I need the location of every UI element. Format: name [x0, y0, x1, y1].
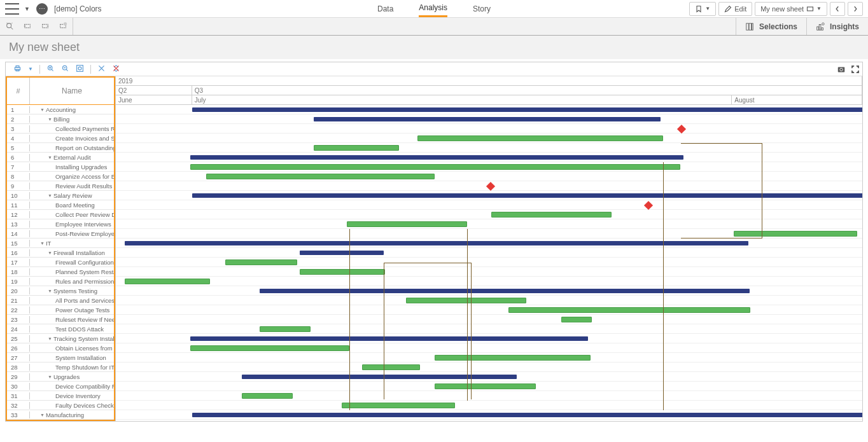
- gantt-task-bar[interactable]: [734, 231, 857, 237]
- table-row[interactable]: 7Installing Upgrades: [7, 162, 114, 172]
- zoom-in-icon[interactable]: [46, 64, 55, 74]
- gantt-summary-bar[interactable]: [300, 251, 384, 255]
- gantt-task-bar[interactable]: [561, 317, 592, 322]
- tab-data[interactable]: Data: [377, 1, 393, 17]
- gantt-milestone-icon[interactable]: [486, 182, 495, 191]
- expand-caret-icon[interactable]: ▼: [48, 336, 52, 341]
- smart-search-icon[interactable]: [5, 22, 14, 32]
- gantt-task-bar[interactable]: [406, 298, 526, 303]
- table-row[interactable]: 18Planned System Restart: [7, 267, 114, 277]
- edit-button[interactable]: Edit: [718, 2, 752, 16]
- table-row[interactable]: 17Firewall Configuration: [7, 258, 114, 267]
- table-row[interactable]: 27System Installation: [7, 353, 114, 363]
- menu-icon[interactable]: [5, 3, 19, 15]
- print-icon[interactable]: [13, 64, 22, 74]
- table-row[interactable]: 21All Ports and Services Tested: [7, 296, 114, 305]
- step-back-icon[interactable]: [23, 22, 32, 32]
- gantt-milestone-icon[interactable]: [677, 125, 686, 134]
- gantt-task-bar[interactable]: [342, 403, 455, 408]
- gantt-summary-bar[interactable]: [192, 107, 862, 112]
- expand-caret-icon[interactable]: ▼: [48, 155, 52, 160]
- table-row[interactable]: 20▼Systems Testing: [7, 286, 114, 296]
- gantt-task-bar[interactable]: [225, 259, 297, 265]
- table-row[interactable]: 4Create Invoices and Send Invoices: [7, 134, 114, 143]
- gantt-task-bar[interactable]: [435, 355, 591, 361]
- table-row[interactable]: 19Rules and Permissions Audit: [7, 277, 114, 286]
- gantt-task-bar[interactable]: [491, 212, 612, 218]
- gantt-task-bar[interactable]: [260, 326, 311, 332]
- table-row[interactable]: 25▼Tracking System Installation: [7, 334, 114, 343]
- gantt-task-bar[interactable]: [362, 364, 420, 370]
- next-sheet-button[interactable]: [848, 2, 863, 16]
- table-row[interactable]: 30Device Compatibility Review: [7, 382, 114, 391]
- menu-dropdown-icon[interactable]: ▼: [24, 6, 30, 12]
- gantt-summary-bar[interactable]: [192, 413, 862, 417]
- gantt-summary-bar[interactable]: [314, 117, 661, 121]
- table-row[interactable]: 28Temp Shutdown for IT Audit: [7, 363, 114, 372]
- table-row[interactable]: 32Faulty Devices Check: [7, 401, 114, 410]
- gantt-task-bar[interactable]: [125, 279, 210, 284]
- table-row[interactable]: 26Obtain Licenses from the Vendor: [7, 343, 114, 353]
- expand-caret-icon[interactable]: ▼: [40, 107, 45, 112]
- table-row[interactable]: 3Collected Payments Review: [7, 124, 114, 134]
- sheet-selector-button[interactable]: My new sheet▼: [755, 2, 827, 16]
- gantt-task-bar[interactable]: [347, 221, 467, 227]
- table-row[interactable]: 24Test DDOS Attack: [7, 324, 114, 334]
- expand-caret-icon[interactable]: ▼: [40, 413, 45, 417]
- step-forward-icon[interactable]: [41, 22, 50, 32]
- table-row[interactable]: 6▼External Audit: [7, 153, 114, 162]
- gantt-task-bar[interactable]: [300, 269, 385, 275]
- zoom-out-icon[interactable]: [61, 64, 69, 74]
- table-row[interactable]: 10▼Salary Review: [7, 191, 114, 200]
- gantt-task-bar[interactable]: [190, 345, 349, 351]
- table-row[interactable]: 23Ruleset Review If Needed: [7, 315, 114, 324]
- table-row[interactable]: 15▼IT: [7, 238, 114, 248]
- snapshot-icon[interactable]: [837, 65, 846, 75]
- expand-caret-icon[interactable]: ▼: [48, 375, 52, 379]
- gantt-milestone-icon[interactable]: [644, 201, 653, 210]
- gantt-task-bar[interactable]: [206, 174, 435, 179]
- gantt-task-bar[interactable]: [417, 135, 663, 141]
- table-row[interactable]: 5Report on Outstanding Collections: [7, 143, 114, 153]
- gantt-task-bar[interactable]: [242, 393, 293, 399]
- gantt-task-bar[interactable]: [435, 383, 536, 389]
- gantt-summary-bar[interactable]: [260, 289, 750, 293]
- table-row[interactable]: 9Review Audit Results: [7, 181, 114, 191]
- expand-caret-icon[interactable]: ▼: [40, 241, 45, 245]
- insights-button[interactable]: Insights: [806, 18, 868, 35]
- table-row[interactable]: 22Power Outage Tests: [7, 305, 114, 315]
- expand-caret-icon[interactable]: ▼: [48, 251, 52, 255]
- table-row[interactable]: 33▼Manufacturing: [7, 410, 114, 420]
- gantt-summary-bar[interactable]: [242, 375, 517, 379]
- gantt-summary-bar[interactable]: [190, 336, 588, 341]
- table-row[interactable]: 14Post-Review Employee Interviews: [7, 229, 114, 238]
- gantt-task-bar[interactable]: [314, 145, 399, 151]
- gantt-task-bar[interactable]: [508, 307, 750, 313]
- table-row[interactable]: 31Device Inventory: [7, 391, 114, 401]
- bookmarks-button[interactable]: ▼: [689, 2, 716, 16]
- clear-selections-icon[interactable]: [59, 22, 67, 32]
- gantt-summary-bar[interactable]: [192, 193, 862, 198]
- table-row[interactable]: 29▼Upgrades: [7, 372, 114, 382]
- gantt-timeline[interactable]: 2019 Q2Q3 JuneJulyAugust: [116, 76, 862, 421]
- table-row[interactable]: 12Collect Peer Review Data: [7, 210, 114, 219]
- expand-caret-icon[interactable]: ▼: [48, 117, 52, 121]
- table-row[interactable]: 13Employee Interviews: [7, 219, 114, 229]
- table-row[interactable]: 16▼Firewall Installation: [7, 248, 114, 258]
- tab-story[interactable]: Story: [473, 1, 491, 17]
- expand-caret-icon[interactable]: ▼: [48, 289, 52, 293]
- print-dropdown-icon[interactable]: ▼: [28, 66, 33, 72]
- tab-analysis[interactable]: Analysis: [419, 1, 447, 17]
- collapse-all-icon[interactable]: [112, 64, 120, 74]
- gantt-task-bar[interactable]: [190, 164, 680, 170]
- gantt-summary-bar[interactable]: [125, 241, 748, 245]
- table-row[interactable]: 11Board Meeting: [7, 200, 114, 210]
- table-row[interactable]: 1▼Accounting: [7, 105, 114, 114]
- prev-sheet-button[interactable]: [830, 2, 845, 16]
- gantt-summary-bar[interactable]: [190, 155, 683, 160]
- table-row[interactable]: 2▼Billing: [7, 114, 114, 124]
- expand-caret-icon[interactable]: ▼: [48, 193, 52, 198]
- expand-all-icon[interactable]: [97, 64, 106, 74]
- fullscreen-icon[interactable]: [851, 65, 860, 75]
- selections-tool-button[interactable]: Selections: [736, 18, 806, 35]
